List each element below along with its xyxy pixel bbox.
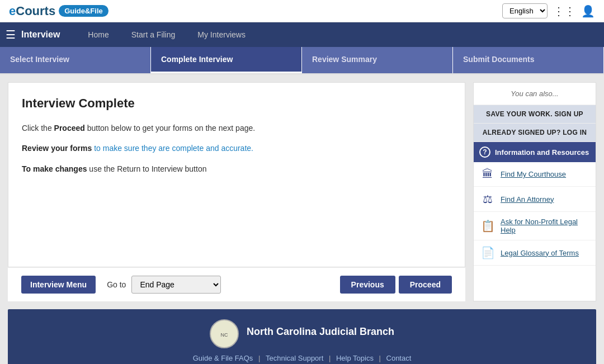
nonprofit-help-link[interactable]: Ask for Non-Profit Legal Help [501,218,589,234]
nav-home[interactable]: Home [77,22,120,47]
proceed-button[interactable]: Proceed [399,276,452,294]
contact-link[interactable]: Contact [386,354,412,362]
footer-panel: NC North Carolina Judicial Branch Guide … [8,309,596,364]
user-icon[interactable]: 👤 [581,4,595,18]
instruction-line-2: Review your forms to make sure they are … [22,142,451,154]
nc-seal: NC [210,319,239,348]
nonprofit-icon: 📋 [480,219,495,233]
line1-prefix: Click the [22,124,54,133]
faqs-link[interactable]: Guide & File FAQs [193,354,253,362]
nav-buttons: Previous Proceed [340,276,452,294]
nav-bar: ☰ Interview Home Start a Filing My Inter… [0,22,604,47]
previous-button[interactable]: Previous [340,276,395,294]
find-courthouse-item: 🏛 Find My Courthouse [474,162,596,187]
grid-icon[interactable]: ⋮⋮ [553,4,575,18]
find-courthouse-link[interactable]: Find My Courthouse [501,170,566,178]
glossary-icon: 📄 [480,246,495,259]
line3-bold: To make changes [22,164,87,173]
sidebar: You can also... SAVE YOUR WORK. SIGN UP … [473,82,596,301]
hamburger-menu[interactable]: ☰ [6,28,16,41]
top-header: eCourts Guide&File English ⋮⋮ 👤 [0,0,604,22]
logo-area: eCourts Guide&File [9,4,108,18]
language-select[interactable]: English [502,3,548,18]
info-resources-header: ? Information and Resources [474,142,596,162]
footer-title-row: NC North Carolina Judicial Branch [18,319,586,348]
step-select-interview[interactable]: Select Interview [0,47,151,73]
line3-suffix: use the Return to Interview button [87,164,206,173]
line1-suffix: button below to get your forms on the ne… [85,124,255,133]
save-work-button[interactable]: SAVE YOUR WORK. SIGN UP [474,105,596,124]
info-resources-label: Information and Resources [495,148,589,157]
instruction-line-1: Click the Proceed button below to get yo… [22,122,451,134]
goto-label: Go to [107,280,126,289]
main-area: Interview Complete Click the Proceed but… [0,74,604,309]
footer-title: North Carolina Judicial Branch [247,326,394,338]
bottom-bar: Interview Menu Go to End Page Page 1 Pag… [8,267,465,301]
tech-support-link[interactable]: Technical Support [266,354,323,362]
courthouse-icon: 🏛 [480,168,495,181]
header-right: English ⋮⋮ 👤 [502,3,595,18]
glossary-item: 📄 Legal Glossary of Terms [474,240,596,266]
step-submit-documents[interactable]: Submit Documents [453,47,604,73]
glossary-link[interactable]: Legal Glossary of Terms [501,249,579,257]
line2-suffix: to make sure they are complete and accur… [92,144,253,153]
content-main: Interview Complete Click the Proceed but… [8,82,465,301]
find-attorney-link[interactable]: Find An Attorney [501,195,554,204]
logo-ecourts: eCourts [9,4,55,18]
already-signed-up-button[interactable]: ALREADY SIGNED UP? LOG IN [474,124,596,142]
instruction-line-3: To make changes use the Return to Interv… [22,163,451,175]
attorney-icon: ⚖ [480,192,495,206]
goto-select[interactable]: End Page Page 1 Page 2 [131,276,221,294]
interview-title: Interview Complete [22,96,451,111]
footer-links: Guide & File FAQs | Technical Support | … [18,354,586,362]
line1-bold: Proceed [54,124,85,133]
find-attorney-item: ⚖ Find An Attorney [474,187,596,212]
content-panel: Interview Complete Click the Proceed but… [8,82,465,267]
sidebar-also: You can also... [474,83,596,105]
line2-bold: Review your forms [22,144,92,153]
step-review-summary[interactable]: Review Summary [302,47,453,73]
nav-start-filing[interactable]: Start a Filing [120,22,187,47]
nav-links: Home Start a Filing My Interviews [77,22,257,47]
nav-my-interviews[interactable]: My Interviews [186,22,257,47]
logo-badge[interactable]: Guide&File [59,5,108,17]
help-topics-link[interactable]: Help Topics [336,354,374,362]
question-icon: ? [479,146,490,158]
nav-brand: Interview [21,30,60,40]
nonprofit-help-item: 📋 Ask for Non-Profit Legal Help [474,212,596,240]
steps-bar: Select Interview Complete Interview Revi… [0,47,604,74]
step-complete-interview[interactable]: Complete Interview [151,47,302,73]
interview-menu-button[interactable]: Interview Menu [21,276,96,294]
